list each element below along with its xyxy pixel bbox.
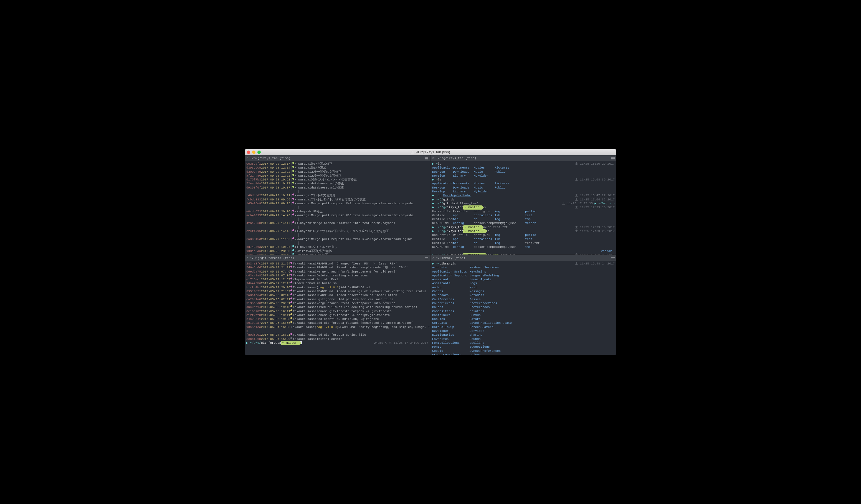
close-tab-icon[interactable]: × [432, 256, 434, 261]
ls-output[interactable]: ▶ ~/Library ls土 11/25 16:48:14 2017Accou… [430, 261, 616, 355]
close-tab-icon[interactable]: × [432, 156, 434, 161]
tab-bar: × ~/D/g/git-foresta (fish) [245, 255, 430, 261]
git-log-output[interactable]: 2834a3fc 2017-05-10 21:24 Takaaki Kasai … [245, 261, 430, 355]
pane-bottom-left[interactable]: × ~/D/g/git-foresta (fish) 2834a3fc 2017… [245, 255, 430, 355]
tab-title: ~/D/g/17sys_tan (fish) [250, 156, 290, 160]
minimize-window-button[interactable] [252, 151, 256, 154]
split-panes: × ~/D/g/17sys_tan (fish) 0635caf1 2017-0… [245, 155, 616, 355]
window-title: 1. ~/D/g/17sys_tan (fish) [245, 150, 616, 155]
traffic-lights [247, 151, 261, 154]
git-log-output[interactable]: 0635caf1 2017-09-28 12:17 │ k-waragai 遊び… [245, 162, 430, 254]
pane-top-left[interactable]: × ~/D/g/17sys_tan (fish) 0635caf1 2017-0… [245, 155, 430, 255]
hamburger-icon[interactable] [425, 257, 428, 259]
tab-bar: × ~/D/g/17sys_tan (fish) [430, 155, 616, 162]
tab-title: ~/D/g/git-foresta (fish) [250, 256, 294, 260]
zoom-window-button[interactable] [257, 151, 261, 154]
pane-top-right[interactable]: × ~/D/g/17sys_tan (fish) ▶ ~ ls土 11/25 1… [430, 155, 616, 255]
titlebar[interactable]: 1. ~/D/g/17sys_tan (fish) [245, 149, 616, 155]
tab-title: ~/Library (fish) [436, 256, 465, 260]
hamburger-icon[interactable] [611, 157, 615, 159]
close-window-button[interactable] [247, 151, 250, 154]
terminal-window: 1. ~/D/g/17sys_tan (fish) × ~/D/g/17sys_… [245, 149, 616, 355]
close-tab-icon[interactable]: × [246, 156, 248, 161]
hamburger-icon[interactable] [425, 157, 428, 159]
tab-bar: × ~/Library (fish) [430, 255, 616, 261]
tab-title: ~/D/g/17sys_tan (fish) [436, 156, 476, 160]
pane-bottom-right[interactable]: × ~/Library (fish) ▶ ~/Library ls土 11/25… [430, 255, 616, 355]
tab-bar: × ~/D/g/17sys_tan (fish) [245, 155, 430, 162]
close-tab-icon[interactable]: × [246, 256, 248, 261]
shell-session[interactable]: ▶ ~ ls土 11/25 15:20:29 2017ApplicationsD… [430, 162, 616, 254]
hamburger-icon[interactable] [611, 257, 615, 259]
